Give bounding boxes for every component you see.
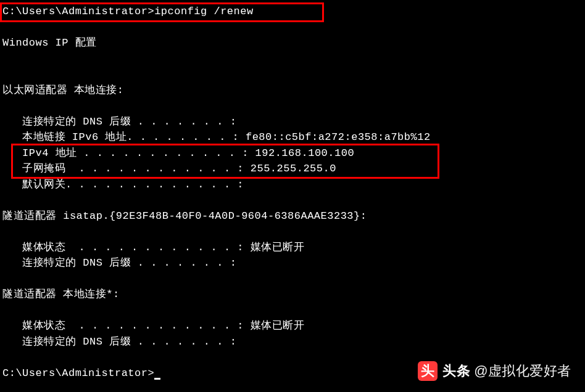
blank-line	[2, 51, 585, 67]
blank-line	[2, 67, 585, 83]
blank-line	[2, 224, 585, 240]
blank-line	[2, 303, 585, 319]
watermark: 头 头条 @虚拟化爱好者	[418, 361, 571, 381]
default-gateway-line: 默认网关. . . . . . . . . . . . . :	[2, 177, 585, 193]
dns-suffix-line: 连接特定的 DNS 后缀 . . . . . . . :	[2, 255, 585, 271]
media-state-line: 媒体状态 . . . . . . . . . . . . : 媒体已断开	[2, 240, 585, 256]
blank-line	[2, 192, 585, 208]
blank-line	[2, 98, 585, 114]
tunnel-adapter-local-title: 隧道适配器 本地连接*:	[2, 287, 585, 303]
tunnel-adapter-isatap-title: 隧道适配器 isatap.{92E3F48B-40F0-4A0D-9604-63…	[2, 208, 585, 224]
ip-config-header: Windows IP 配置	[2, 35, 585, 51]
dns-suffix-line: 连接特定的 DNS 后缀 . . . . . . . :	[2, 114, 585, 130]
subnet-mask-line: 子网掩码 . . . . . . . . . . . . : 255.255.2…	[2, 161, 585, 177]
blank-line	[2, 271, 585, 287]
cursor-icon	[154, 378, 160, 380]
dns-suffix-line: 连接特定的 DNS 后缀 . . . . . . . :	[2, 334, 585, 350]
media-state-line: 媒体状态 . . . . . . . . . . . . : 媒体已断开	[2, 318, 585, 334]
toutiao-logo-icon: 头	[418, 361, 438, 381]
ipv4-address-line: IPv4 地址 . . . . . . . . . . . . : 192.16…	[2, 145, 585, 161]
command-prompt-line: C:\Users\Administrator>ipconfig /renew	[2, 4, 585, 20]
terminal-output[interactable]: C:\Users\Administrator>ipconfig /renew W…	[0, 0, 585, 381]
blank-line	[2, 20, 585, 36]
watermark-brand: 头条	[442, 361, 470, 381]
ethernet-adapter-title: 以太网适配器 本地连接:	[2, 83, 585, 99]
ipv6-address-line: 本地链接 IPv6 地址. . . . . . . . : fe80::c5bf…	[2, 129, 585, 145]
watermark-username: @虚拟化爱好者	[474, 361, 571, 381]
